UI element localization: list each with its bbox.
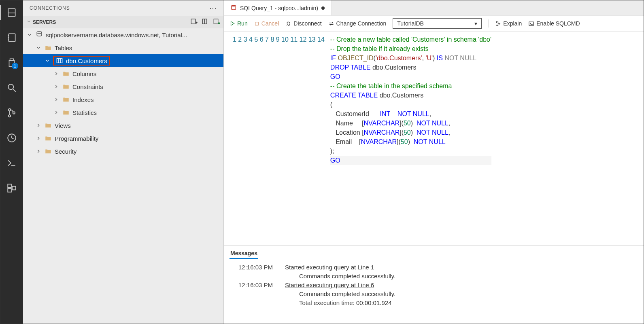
object-explorer-tree: sqlpoolservername.database.windows.net, … xyxy=(23,28,223,324)
server-node[interactable]: sqlpoolservername.database.windows.net, … xyxy=(23,28,223,41)
folder-icon xyxy=(62,96,70,103)
cancel-label: Cancel xyxy=(261,20,279,27)
indexes-label: Indexes xyxy=(72,96,94,103)
highlight-box: dbo.Customers xyxy=(53,56,110,66)
chevron-down-icon xyxy=(35,45,42,51)
message-text[interactable]: Started executing query at Line 1 xyxy=(285,263,374,272)
svg-rect-14 xyxy=(8,188,11,192)
svg-point-23 xyxy=(37,32,42,34)
change-connection-button[interactable]: Change Connection xyxy=(328,20,387,27)
message-text: Commands completed successfully. xyxy=(299,290,635,299)
panel-more-icon[interactable]: ⋯ xyxy=(209,4,217,13)
servers-section-label: SERVERS xyxy=(33,19,56,25)
folder-icon xyxy=(62,83,70,90)
server-icon xyxy=(35,31,43,39)
line-gutter: 1 2 3 4 5 6 7 8 9 10 11 12 13 14 xyxy=(224,32,330,246)
programmability-node[interactable]: Programmability xyxy=(23,132,223,145)
activity-terminal-icon[interactable] xyxy=(4,156,19,170)
svg-point-31 xyxy=(496,21,497,22)
tab-label: SQLQuery_1 - sqlpoo...ladmin) xyxy=(240,5,318,11)
columns-node[interactable]: Columns xyxy=(23,67,223,80)
new-query-icon[interactable] xyxy=(213,18,220,26)
tables-node[interactable]: Tables xyxy=(23,41,223,54)
activity-explorer-icon[interactable]: 1 xyxy=(4,55,19,70)
views-node[interactable]: Views xyxy=(23,119,223,132)
message-text[interactable]: Started executing query at Line 6 xyxy=(285,281,374,290)
views-label: Views xyxy=(55,122,71,129)
svg-rect-24 xyxy=(57,59,62,63)
tables-label: Tables xyxy=(55,44,72,51)
svg-rect-16 xyxy=(191,19,196,24)
svg-rect-21 xyxy=(214,19,218,24)
change-connection-label: Change Connection xyxy=(336,20,387,27)
activity-notebook-icon[interactable] xyxy=(4,30,19,45)
code-content[interactable]: -- Create a new table called 'Customers'… xyxy=(330,32,491,246)
svg-point-28 xyxy=(232,5,236,6)
messages-tab[interactable]: Messages xyxy=(230,248,258,259)
svg-rect-15 xyxy=(12,186,16,190)
svg-point-33 xyxy=(499,23,500,24)
statistics-label: Statistics xyxy=(72,109,97,116)
programmability-label: Programmability xyxy=(55,135,98,142)
chevron-right-icon xyxy=(35,123,42,128)
cancel-button[interactable]: Cancel xyxy=(254,20,279,27)
message-text: Total execution time: 00:00:01.924 xyxy=(299,299,635,307)
security-label: Security xyxy=(55,148,77,155)
editor-area: SQLQuery_1 - sqlpoo...ladmin) Run Cancel… xyxy=(224,0,644,324)
run-label: Run xyxy=(237,20,248,27)
chevron-right-icon xyxy=(53,110,60,115)
enable-sqlcmd-label: Enable SQLCMD xyxy=(536,20,580,27)
activity-extensions-icon[interactable] xyxy=(4,181,19,195)
table-icon xyxy=(55,57,64,64)
folder-icon xyxy=(44,44,52,51)
svg-point-8 xyxy=(9,109,11,111)
svg-point-9 xyxy=(9,115,11,117)
code-editor[interactable]: 1 2 3 4 5 6 7 8 9 10 11 12 13 14 -- Crea… xyxy=(224,32,644,246)
security-node[interactable]: Security xyxy=(23,145,223,158)
constraints-node[interactable]: Constraints xyxy=(23,80,223,93)
tab-sqlquery1[interactable]: SQLQuery_1 - sqlpoo...ladmin) xyxy=(224,0,332,15)
new-connection-icon[interactable] xyxy=(190,18,198,26)
enable-sqlcmd-button[interactable]: Enable SQLCMD xyxy=(528,20,580,27)
messages-body: 12:16:03 PM Started executing query at L… xyxy=(224,259,644,324)
chevron-right-icon xyxy=(35,136,42,141)
message-time: 12:16:03 PM xyxy=(238,281,273,290)
run-button[interactable]: Run xyxy=(230,20,248,27)
new-group-icon[interactable] xyxy=(202,18,209,26)
indexes-node[interactable]: Indexes xyxy=(23,93,223,106)
servers-section-header[interactable]: SERVERS xyxy=(23,16,223,28)
activity-search-icon[interactable] xyxy=(4,80,19,95)
toolbar-divider xyxy=(488,19,489,28)
disconnect-label: Disconnect xyxy=(293,20,321,27)
activity-source-control-icon[interactable] xyxy=(4,106,19,120)
disconnect-button[interactable]: Disconnect xyxy=(285,20,321,27)
database-selector[interactable]: TutorialDB ▾ xyxy=(393,18,482,29)
messages-panel: Messages 12:16:03 PM Started executing q… xyxy=(224,246,644,324)
columns-label: Columns xyxy=(72,70,96,77)
folder-icon xyxy=(44,122,52,129)
activity-bar: 1 xyxy=(0,0,23,324)
svg-point-32 xyxy=(496,25,497,26)
folder-icon xyxy=(44,135,52,142)
explain-button[interactable]: Explain xyxy=(495,20,522,27)
chevron-right-icon xyxy=(53,84,60,89)
svg-point-22 xyxy=(218,22,220,24)
folder-icon xyxy=(62,109,70,116)
svg-rect-0 xyxy=(8,8,15,17)
database-script-icon xyxy=(230,4,237,12)
statistics-node[interactable]: Statistics xyxy=(23,106,223,119)
activity-servers-icon[interactable] xyxy=(4,5,19,20)
chevron-right-icon xyxy=(35,148,42,154)
panel-title-text: CONNECTIONS xyxy=(30,5,70,11)
svg-point-10 xyxy=(13,112,15,114)
editor-tabs: SQLQuery_1 - sqlpoo...ladmin) xyxy=(224,0,644,16)
svg-rect-2 xyxy=(9,34,15,42)
activity-history-icon[interactable] xyxy=(4,131,19,145)
query-toolbar: Run Cancel Disconnect Change Connection … xyxy=(224,16,644,32)
customers-label: dbo.Customers xyxy=(66,57,107,64)
svg-rect-13 xyxy=(8,184,11,188)
customers-table-node[interactable]: dbo.Customers xyxy=(23,54,223,67)
chevron-down-icon xyxy=(26,32,33,38)
svg-marker-29 xyxy=(231,21,234,25)
chevron-right-icon xyxy=(53,97,60,102)
